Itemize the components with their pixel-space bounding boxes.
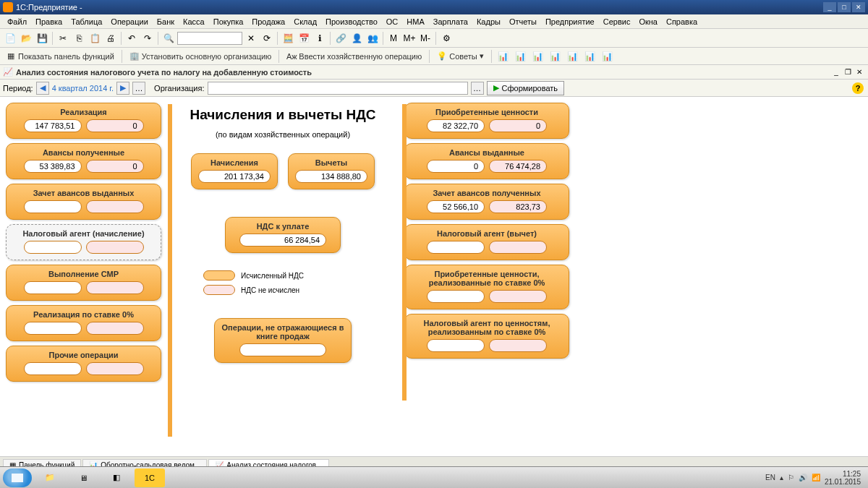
card-charges[interactable]: Начисления 201 173,34 [191,153,278,189]
left-card-3[interactable]: Налоговый агент (начисление) [6,224,161,260]
close-button[interactable]: ✕ [852,2,865,12]
set-org-button[interactable]: 🏢Установить основную организацию [127,50,275,63]
undo-icon[interactable]: ↶ [124,31,139,46]
menu-purchase[interactable]: Покупка [209,16,248,27]
doc-restore-button[interactable]: ❐ [842,67,854,77]
org-input[interactable] [208,82,468,95]
help-icon[interactable]: ? [852,82,864,94]
not-in-book-value [239,343,326,356]
cut-icon[interactable]: ✂ [56,31,70,46]
menu-help[interactable]: Справка [662,16,702,27]
redo-icon[interactable]: ↷ [140,31,155,46]
tray-flag-icon[interactable]: ▴ [780,474,783,481]
maximize-button[interactable]: □ [838,2,851,12]
link-icon[interactable]: 🔗 [333,31,348,46]
taskbar-1c-icon[interactable]: 1C [135,468,165,487]
advice-button[interactable]: 💡Советы ▾ [434,50,486,63]
tray-date[interactable]: 21.01.2015 [825,478,861,486]
report-icon-1[interactable]: 📊 [496,49,511,64]
menu-service[interactable]: Сервис [599,16,635,27]
zoom-normal-icon[interactable]: M [386,31,401,46]
report-icon-2[interactable]: 📊 [514,49,528,64]
zoom-out-icon[interactable]: M- [418,31,433,46]
report-icon-7[interactable]: 📊 [600,49,615,64]
right-card-4[interactable]: Приобретенные ценности, реализованные по… [404,265,569,309]
card-not-in-book[interactable]: Операции, не отражающиеся в книге продаж [214,318,352,363]
menu-cash[interactable]: Касса [179,16,209,27]
info-icon[interactable]: ℹ [312,31,327,46]
tray-network-icon[interactable]: 📶 [812,474,820,481]
report-icon-6[interactable]: 📊 [583,49,597,64]
menu-edit[interactable]: Правка [31,16,67,27]
menu-warehouse[interactable]: Склад [289,16,321,27]
period-value[interactable]: 4 квартал 2014 г. [52,84,114,93]
report-icon-3[interactable]: 📊 [531,49,545,64]
right-card-2[interactable]: Зачет авансов полученных52 566,10823,73 [404,184,569,220]
search-icon[interactable]: 🔍 [161,31,176,46]
tray-lang[interactable]: EN [765,474,775,481]
left-card-5[interactable]: Реализация по ставке 0% [6,305,161,341]
tray-sound-icon[interactable]: 🔊 [799,474,807,481]
print-icon[interactable]: 🖨 [103,31,118,46]
menu-nma[interactable]: НМА [402,16,428,27]
report-icon-5[interactable]: 📊 [566,49,580,64]
right-card-5[interactable]: Налоговый агент по ценностям, реализован… [404,314,569,359]
zoom-in-icon[interactable]: M+ [402,31,417,46]
tray-action-icon[interactable]: ⚐ [788,474,794,481]
refresh-icon[interactable]: ⟳ [260,31,274,46]
left-card-2[interactable]: Зачет авансов выданных [6,184,161,220]
minimize-button[interactable]: _ [823,2,836,12]
legend-label-2: НДС не исчислен [241,286,299,294]
report-icon-4[interactable]: 📊 [548,49,563,64]
menu-windows[interactable]: Окна [634,16,662,27]
paste-icon[interactable]: 📋 [88,31,102,46]
save-icon[interactable]: 💾 [35,31,49,46]
right-card-1[interactable]: Авансы выданные076 474,28 [404,143,569,179]
taskbar-explorer-icon[interactable]: 📁 [35,468,65,487]
user-icon[interactable]: 👤 [349,31,364,46]
period-prev-button[interactable]: ◀ [36,82,49,95]
menu-production[interactable]: Производство [321,16,382,27]
left-card-6[interactable]: Прочие операции [6,346,161,382]
menu-operations[interactable]: Операции [106,16,152,27]
menu-os[interactable]: ОС [382,16,403,27]
org-pick-button[interactable]: … [471,82,484,95]
left-card-0[interactable]: Реализация147 783,510 [6,103,161,139]
calc-icon[interactable]: 🧮 [281,31,295,46]
taskbar-monitor-icon[interactable]: 🖥 [68,468,98,487]
right-card-3[interactable]: Налоговый агент (вычет) [404,224,569,260]
card-to-pay[interactable]: НДС к уплате 66 284,54 [225,217,341,253]
left-card-4[interactable]: Выполнение СМР [6,265,161,301]
window-title: 1С:Предприятие - [16,3,823,12]
period-next-button[interactable]: ▶ [116,82,129,95]
doc-minimize-button[interactable]: _ [830,67,842,77]
menu-salary[interactable]: Зарплата [429,16,472,27]
tray-time[interactable]: 11:25 [825,470,861,478]
calendar-icon[interactable]: 📅 [297,31,311,46]
menu-table[interactable]: Таблица [67,16,106,27]
search-input[interactable] [177,32,242,45]
menu-bank[interactable]: Банк [153,16,179,27]
settings-icon[interactable]: ⚙ [439,31,454,46]
menu-enterprise[interactable]: Предприятие [541,16,599,27]
copy-icon[interactable]: ⎘ [72,31,86,46]
doc-close-button[interactable]: ✕ [854,67,865,77]
menu-reports[interactable]: Отчеты [505,16,541,27]
show-panel-button[interactable]: ▦Показать панель функций [3,50,117,63]
enter-op-button[interactable]: AжВвести хозяйственную операцию [284,50,425,63]
menu-file[interactable]: Файл [3,16,31,27]
group-icon[interactable]: 👥 [365,31,380,46]
menu-sale[interactable]: Продажа [247,16,289,27]
right-card-0[interactable]: Приобретенные ценности82 322,700 [404,103,569,139]
start-button[interactable] [3,468,32,487]
search-clear-icon[interactable]: ✕ [244,31,258,46]
open-icon[interactable]: 📂 [19,31,33,46]
card-deductions[interactable]: Вычеты 134 888,80 [288,153,375,189]
form-button[interactable]: ▶Сформировать [487,81,565,95]
new-icon[interactable]: 📄 [3,31,17,46]
period-pick-button[interactable]: … [132,82,145,95]
taskbar-app-icon[interactable]: ◧ [101,468,132,487]
app-icon [3,2,13,12]
menu-staff[interactable]: Кадры [472,16,505,27]
left-card-1[interactable]: Авансы полученные53 389,830 [6,143,161,179]
